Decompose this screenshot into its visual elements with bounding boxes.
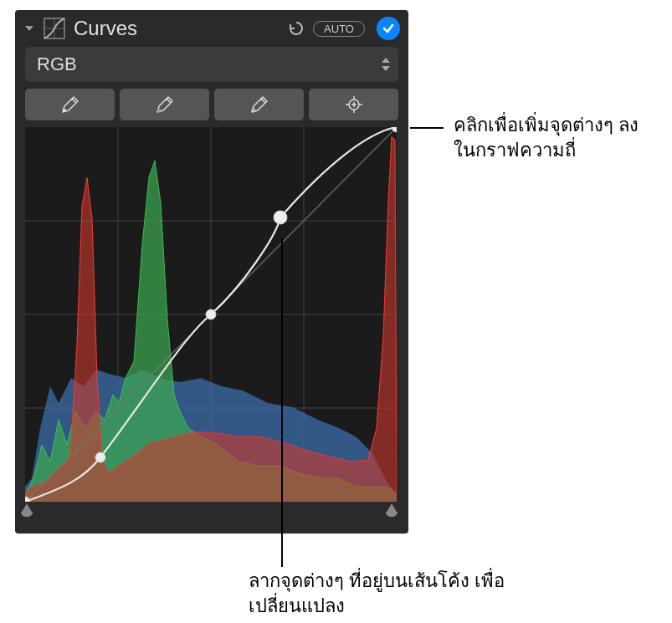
svg-point-4 — [157, 109, 161, 112]
callout-leader-line — [281, 238, 283, 567]
black-point-eyedropper-button[interactable] — [25, 89, 115, 120]
white-point-eyedropper-button[interactable] — [214, 89, 304, 120]
panel-title: Curves — [74, 17, 280, 40]
curves-toolbar — [25, 89, 398, 120]
svg-point-22 — [206, 309, 216, 319]
black-white-point-slider[interactable] — [25, 503, 398, 522]
auto-button[interactable]: AUTO — [313, 21, 365, 37]
enabled-checkmark[interactable] — [377, 17, 400, 40]
channel-select-value: RGB — [37, 54, 77, 75]
curves-icon — [42, 16, 67, 41]
curves-graph[interactable] — [25, 127, 397, 502]
channel-select[interactable]: RGB — [25, 47, 398, 82]
callout-leader-line — [410, 127, 444, 129]
reset-icon[interactable] — [286, 20, 306, 37]
add-point-button[interactable] — [309, 89, 398, 120]
svg-point-3 — [63, 109, 66, 112]
gray-point-eyedropper-button[interactable] — [120, 89, 209, 120]
curves-panel: Curves AUTO RGB — [15, 10, 408, 534]
disclosure-triangle-icon[interactable] — [23, 23, 35, 33]
callout-drag-point: ลากจุดต่างๆ ที่อยู่บนเส้นโค้ง เพื่อเปลี่… — [249, 569, 516, 618]
panel-body: RGB — [15, 47, 408, 534]
panel-header: Curves AUTO — [15, 10, 408, 47]
callout-add-point: คลิกเพื่อเพิ่มจุดต่างๆ ลงในกราฟความถี่ — [454, 113, 654, 162]
svg-point-21 — [95, 452, 105, 462]
svg-point-23 — [274, 211, 287, 224]
stepper-arrows-icon — [382, 58, 390, 71]
